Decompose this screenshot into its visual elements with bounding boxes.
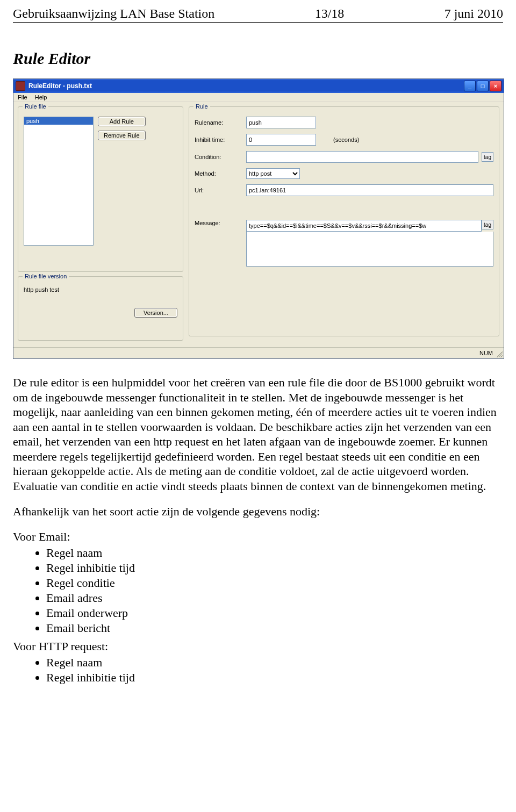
remove-rule-button[interactable]: Remove Rule [98, 131, 146, 140]
rule-file-legend: Rule file [23, 103, 48, 110]
seconds-label: (seconds) [333, 136, 359, 143]
inhibit-input[interactable] [246, 134, 316, 146]
message-tag-button[interactable]: tag [482, 220, 493, 229]
status-num: NUM [479, 350, 493, 356]
paragraph-1: De rule editor is een hulpmiddel voor he… [13, 375, 503, 493]
rule-editor-window: RuleEditor - push.txt _ □ × File Help Ru… [13, 78, 504, 359]
section-title: Rule Editor [13, 49, 503, 68]
menubar: File Help [13, 93, 504, 102]
rule-legend: Rule [194, 103, 210, 110]
rulename-input[interactable] [246, 117, 316, 128]
email-label: Voor Email: [13, 530, 503, 544]
rule-group: Rule Rulename: Inhibit time: (seconds) [189, 106, 499, 336]
url-input[interactable] [246, 184, 493, 196]
list-item: Regel inhibitie tijd [46, 561, 503, 575]
app-icon [16, 81, 25, 91]
minimize-button[interactable]: _ [464, 81, 476, 91]
list-item: Regel naam [46, 656, 503, 670]
header-right: 7 juni 2010 [445, 6, 503, 21]
header-left: Gebruiksaanwijzing LAN Base Station [13, 6, 214, 21]
window-title: RuleEditor - push.txt [28, 82, 463, 90]
http-list: Regel naamRegel inhibitie tijd [13, 656, 503, 685]
method-label: Method: [195, 170, 243, 177]
list-item: Regel inhibitie tijd [46, 671, 503, 685]
message-input[interactable] [246, 220, 482, 232]
header-center: 13/18 [315, 6, 345, 21]
list-item: Email onderwerp [46, 606, 503, 620]
close-button[interactable]: × [490, 81, 501, 91]
message-textarea[interactable] [246, 232, 493, 267]
version-button[interactable]: Version... [134, 308, 177, 318]
version-text: http push test [24, 286, 177, 293]
condition-label: Condition: [195, 154, 243, 160]
rule-file-group: Rule file push Add Rule Remove Rule [18, 106, 183, 272]
version-legend: Rule file version [23, 273, 69, 279]
menu-file[interactable]: File [18, 94, 27, 100]
method-select[interactable]: http post [246, 168, 300, 179]
titlebar: RuleEditor - push.txt _ □ × [13, 79, 504, 93]
resize-grip-icon[interactable] [495, 350, 503, 357]
page-header: Gebruiksaanwijzing LAN Base Station 13/1… [13, 6, 503, 23]
condition-tag-button[interactable]: tag [482, 152, 493, 162]
message-label: Message: [195, 220, 243, 226]
maximize-button[interactable]: □ [477, 81, 489, 91]
menu-help[interactable]: Help [35, 94, 47, 100]
inhibit-label: Inhibit time: [195, 136, 243, 143]
rule-list[interactable]: push [24, 117, 94, 246]
url-label: Url: [195, 187, 243, 193]
list-item: Email bericht [46, 621, 503, 635]
rule-file-version-group: Rule file version http push test Version… [18, 276, 183, 341]
condition-input[interactable] [246, 151, 478, 163]
add-rule-button[interactable]: Add Rule [98, 117, 146, 126]
http-label: Voor HTTP request: [13, 639, 503, 653]
list-item: Regel naam [46, 546, 503, 560]
statusbar: NUM [13, 347, 504, 358]
paragraph-2: Afhankelijk van het soort actie zijn de … [13, 504, 503, 519]
rulename-label: Rulename: [195, 119, 243, 126]
list-item: Email adres [46, 591, 503, 605]
rule-list-item-selected[interactable]: push [24, 117, 93, 125]
email-list: Regel naamRegel inhibitie tijdRegel cond… [13, 546, 503, 635]
list-item: Regel conditie [46, 576, 503, 590]
